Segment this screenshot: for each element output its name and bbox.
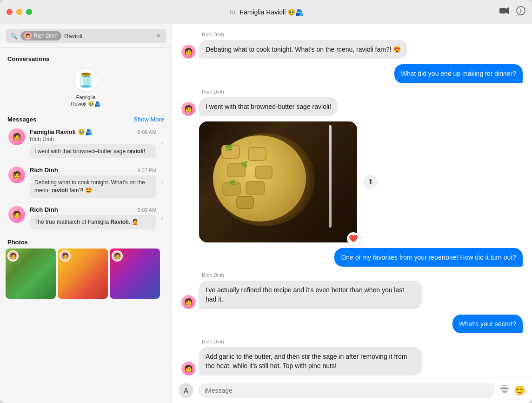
sender-avatar: 🧑 xyxy=(181,102,195,116)
message-group: Rich Dinh 🧑 I've actually refined the re… xyxy=(181,272,523,309)
message-bubble: I went with that browned-butter sage rav… xyxy=(199,97,338,116)
search-clear-button[interactable]: ✕ xyxy=(156,32,161,40)
image-bubble-wrap: 🌿 🌿 🌿 ❤️ ⬆ xyxy=(199,121,357,242)
message-sender-sub: Rich Dinh xyxy=(30,136,156,142)
app-button[interactable]: A xyxy=(179,383,193,398)
message-content: Famiglia Ravioli 🥹🫂 9:09 AM Rich Dinh I … xyxy=(30,128,156,159)
message-preview: Debating what to cook tonight. What's on… xyxy=(30,175,156,198)
svg-rect-9 xyxy=(503,392,506,393)
photos-grid: 🧑 🧑 🧑 xyxy=(0,249,172,304)
image-action-button[interactable]: ⬆ xyxy=(363,175,378,189)
bubble-row: 🧑 I've actually refined the recipe and i… xyxy=(181,281,523,309)
sender-label: Rich Dinh xyxy=(181,272,523,278)
message-avatar: 🧑 xyxy=(8,167,25,183)
image-reaction: ❤️ xyxy=(347,232,360,245)
search-input-wrap: 🔍 🧑 Rich Dinh ✕ xyxy=(6,29,166,43)
message-group: Rich Dinh 🧑 Add garlic to the butter, an… xyxy=(181,339,523,376)
message-avatar: 🧑 xyxy=(8,206,25,223)
message-search-item[interactable]: 🧑 Famiglia Ravioli 🥹🫂 9:09 AM Rich Dinh … xyxy=(3,125,169,162)
svg-rect-5 xyxy=(501,387,508,388)
message-bubble: Add garlic to the butter, and then stir … xyxy=(199,347,422,376)
app-window: To: Famiglia Ravioli 🥹🫂 i 🔍 🧑 Rich Dinh xyxy=(0,0,532,403)
search-tag: 🧑 Rich Dinh xyxy=(20,31,61,40)
svg-rect-0 xyxy=(499,8,506,13)
photo-thumb[interactable]: 🧑 xyxy=(110,249,160,299)
svg-text:i: i xyxy=(520,8,522,14)
message-preview: I went with that browned–butter sage rav… xyxy=(30,144,156,159)
minimize-button[interactable] xyxy=(16,9,22,15)
bubble-row: One of my favorites from your repertoire… xyxy=(181,248,523,267)
chat-title: Famiglia Ravioli 🥹🫂 xyxy=(239,8,303,16)
message-group: Rich Dinh xyxy=(30,167,58,174)
photos-header: Photos xyxy=(0,234,172,249)
photo-avatar-overlay: 🧑 xyxy=(60,250,71,262)
search-section: 🔍 🧑 Rich Dinh ✕ xyxy=(0,24,172,48)
message-search-item[interactable]: 🧑 Rich Dinh 9:03 AM The true matriarch o… xyxy=(3,202,169,233)
conversation-item[interactable]: 🫙 Famiglia Ravioli 🥹🫂 xyxy=(0,64,172,111)
message-avatar: 🧑 xyxy=(8,128,25,145)
search-icon: 🔍 xyxy=(10,33,18,40)
audio-input-icon[interactable] xyxy=(500,385,509,396)
sender-avatar: 🧑 xyxy=(181,362,195,376)
svg-rect-4 xyxy=(502,385,507,386)
show-more-button[interactable]: Show More xyxy=(133,116,164,123)
close-button[interactable] xyxy=(7,9,13,15)
message-time: 9:03 AM xyxy=(138,207,156,213)
messages-title: Messages xyxy=(7,116,36,123)
chat-input-bar: A 🙂 xyxy=(172,377,532,403)
message-search-item[interactable]: 🧑 Rich Dinh 9:07 PM Debating what to coo… xyxy=(3,163,169,202)
image-bubble[interactable]: 🌿 🌿 🌿 xyxy=(199,121,357,242)
conversations-header: Conversations xyxy=(0,52,172,64)
message-time: 9:09 AM xyxy=(138,129,156,135)
message-group: Rich Dinh xyxy=(30,206,58,213)
info-icon[interactable]: i xyxy=(516,6,525,18)
bubble-row: 🧑 I went with that browned-butter sage r… xyxy=(181,97,523,116)
bubble-row: 🧑 xyxy=(181,121,523,242)
message-preview: The true matriarch of Famiglia Ravioli. … xyxy=(30,215,156,229)
svg-marker-1 xyxy=(506,7,509,14)
emoji-button[interactable]: 🙂 xyxy=(514,385,525,396)
bubble-row: 🧑 Add garlic to the butter, and then sti… xyxy=(181,347,523,376)
message-group: Rich Dinh 🧑 I went with that browned-but… xyxy=(181,89,523,116)
photo-thumb[interactable]: 🧑 xyxy=(6,249,56,299)
main-content: 🔍 🧑 Rich Dinh ✕ Conversations 🫙 Famiglia… xyxy=(0,24,532,403)
message-bubble: What did you end up making for dinner? xyxy=(394,64,523,83)
traffic-lights xyxy=(7,9,32,15)
chat-messages: Rich Dinh 🧑 Debating what to cook tonigh… xyxy=(172,24,532,377)
sender-label: Rich Dinh xyxy=(181,89,523,94)
svg-rect-7 xyxy=(501,390,508,390)
svg-rect-6 xyxy=(500,388,509,389)
conversation-avatar: 🫙 xyxy=(74,68,98,92)
sidebar-scroll: Conversations 🫙 Famiglia Ravioli 🥹🫂 Mess… xyxy=(0,48,172,403)
message-top: Rich Dinh 9:07 PM xyxy=(30,167,156,174)
message-input[interactable] xyxy=(198,383,495,398)
message-bubble: One of my favorites from your repertoire… xyxy=(334,248,523,267)
message-bubble: What's your secret? xyxy=(452,315,523,333)
message-bubble: Debating what to cook tonight. What's on… xyxy=(199,40,407,59)
sender-label: Rich Dinh xyxy=(181,32,523,37)
titlebar-center: To: Famiglia Ravioli 🥹🫂 xyxy=(32,8,499,16)
message-top: Famiglia Ravioli 🥹🫂 9:09 AM xyxy=(30,128,156,135)
search-tag-avatar: 🧑 xyxy=(24,32,32,40)
message-top: Rich Dinh 9:03 AM xyxy=(30,206,156,213)
message-bubble: I've actually refined the recipe and it'… xyxy=(199,281,422,309)
messages-section-header: Messages Show More xyxy=(0,111,172,125)
search-input[interactable] xyxy=(64,33,153,40)
bubble-row: What did you end up making for dinner? xyxy=(181,64,523,83)
message-content: Rich Dinh 9:07 PM Debating what to cook … xyxy=(30,167,156,198)
titlebar-actions: i xyxy=(499,6,525,18)
chat-area: Rich Dinh 🧑 Debating what to cook tonigh… xyxy=(172,24,532,403)
video-call-icon[interactable] xyxy=(499,7,510,17)
photo-thumb[interactable]: 🧑 xyxy=(58,249,108,299)
chevron-icon: › xyxy=(161,214,163,222)
sender-label: Rich Dinh xyxy=(181,339,523,344)
sender-avatar: 🧑 xyxy=(181,45,195,59)
maximize-button[interactable] xyxy=(26,9,32,15)
chevron-icon: › xyxy=(161,179,163,186)
message-time: 9:07 PM xyxy=(137,168,156,173)
svg-rect-8 xyxy=(502,391,507,392)
photo-avatar-overlay: 🧑 xyxy=(112,250,123,262)
message-group: Rich Dinh 🧑 Debating what to cook tonigh… xyxy=(181,32,523,59)
sidebar: 🔍 🧑 Rich Dinh ✕ Conversations 🫙 Famiglia… xyxy=(0,24,172,403)
sender-avatar: 🧑 xyxy=(181,295,195,309)
